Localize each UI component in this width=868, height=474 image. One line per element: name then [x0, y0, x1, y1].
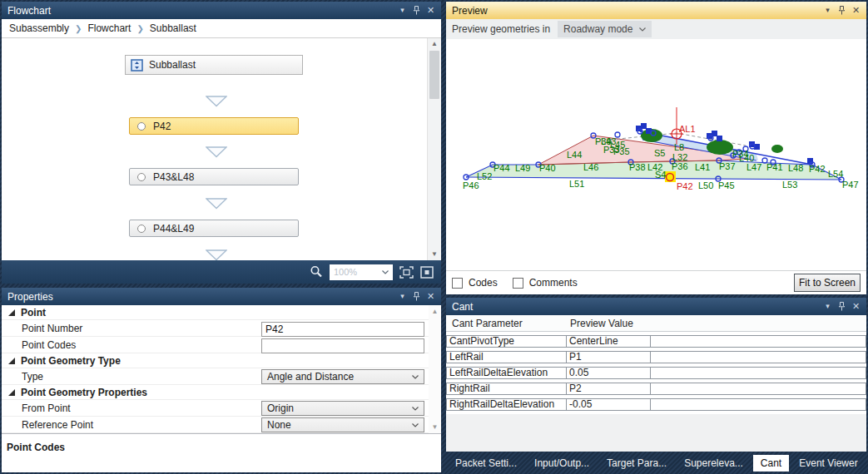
breadcrumb: Subassembly ❯ Flowchart ❯ Subballast — [2, 19, 441, 38]
flow-arrow-icon — [206, 96, 227, 107]
category-point[interactable]: Point — [2, 305, 441, 320]
cant-panel-title: Cant — [452, 301, 473, 313]
svg-text:AL1: AL1 — [679, 124, 696, 134]
breadcrumb-subballast[interactable]: Subballast — [150, 22, 196, 34]
type-dropdown[interactable]: Angle and Distance — [261, 369, 424, 384]
zoom-level-value: 100% — [334, 267, 357, 277]
point-codes-label: Point Codes — [2, 339, 76, 351]
properties-vertical-scrollbar[interactable]: ▲ ▼ — [429, 305, 441, 433]
close-icon[interactable]: ✕ — [849, 300, 863, 313]
close-icon[interactable]: ✕ — [424, 290, 438, 303]
preview-mode-label: Preview geometries in — [452, 23, 550, 35]
table-row: LeftRail P1 — [446, 351, 866, 363]
cant-parameter-cell: CantPivotType — [446, 335, 567, 348]
point-number-input[interactable] — [261, 322, 424, 337]
breadcrumb-subassembly[interactable]: Subassembly — [9, 22, 69, 34]
flowchart-node-label: P43&L48 — [153, 171, 194, 183]
close-icon[interactable]: ✕ — [424, 4, 438, 17]
scroll-down-icon[interactable]: ▼ — [428, 249, 441, 260]
svg-text:L49: L49 — [515, 163, 530, 173]
table-row: RightRailDeltaElevation -0.05 — [446, 398, 866, 411]
flowchart-root-label: Subballast — [149, 59, 196, 71]
close-icon[interactable]: ✕ — [849, 4, 863, 17]
zoom-level-combobox[interactable]: 100% — [330, 264, 393, 280]
preview-value-cell: CenterLine — [566, 335, 651, 348]
cant-table-header: Cant Parameter Preview Value — [446, 315, 866, 332]
reference-point-label: Reference Point — [2, 419, 93, 431]
comments-checkbox[interactable] — [513, 278, 523, 289]
window-menu-icon[interactable]: ▾ — [395, 4, 409, 17]
row-type: Type Angle and Distance — [2, 368, 441, 385]
pin-icon[interactable] — [409, 290, 424, 303]
tab-superelevation[interactable]: Supereleva... — [677, 455, 751, 472]
svg-text:S4: S4 — [655, 170, 666, 180]
window-menu-icon[interactable]: ▾ — [395, 290, 409, 303]
tab-event-viewer[interactable]: Event Viewer — [791, 455, 865, 472]
pin-icon[interactable] — [835, 300, 849, 313]
node-radio-icon — [137, 173, 146, 181]
tab-packet-settings[interactable]: Packet Setti... — [448, 455, 524, 472]
cant-table: Cant Parameter Preview Value CantPivotTy… — [446, 315, 866, 452]
svg-text:P44: P44 — [494, 163, 510, 173]
dock-tab-bar: Packet Setti... Input/Outp... Target Par… — [448, 453, 868, 472]
point-codes-input[interactable] — [261, 338, 424, 353]
from-point-dropdown[interactable]: Origin — [261, 401, 424, 416]
flowchart-root-node[interactable]: Subballast — [125, 55, 303, 75]
chevron-down-icon — [412, 375, 419, 379]
category-point-geometry-properties[interactable]: Point Geometry Properties — [2, 385, 441, 400]
scroll-down-icon[interactable]: ▼ — [429, 423, 441, 431]
fit-view-icon[interactable] — [399, 266, 414, 279]
svg-text:P42: P42 — [677, 181, 693, 191]
svg-text:L41: L41 — [695, 162, 710, 172]
scroll-up-icon[interactable]: ▲ — [428, 38, 441, 50]
fit-to-screen-button[interactable]: Fit to Screen — [794, 274, 861, 292]
svg-text:P47: P47 — [842, 180, 859, 190]
property-description: Point Codes — [2, 433, 441, 472]
pin-icon[interactable] — [409, 4, 424, 17]
flowchart-vertical-scrollbar[interactable]: ▲ ▼ — [427, 38, 441, 260]
comments-checkbox-label: Comments — [529, 277, 578, 289]
svg-text:L48: L48 — [788, 163, 803, 173]
svg-text:P45: P45 — [718, 180, 735, 190]
svg-text:S5: S5 — [654, 148, 665, 158]
node-radio-icon — [137, 122, 146, 131]
flowchart-node-label: P42 — [153, 121, 171, 132]
breadcrumb-flowchart[interactable]: Flowchart — [87, 22, 131, 34]
svg-text:L54: L54 — [828, 169, 843, 179]
from-point-label: From Point — [2, 402, 71, 414]
codes-checkbox[interactable] — [452, 278, 463, 289]
flowchart-node-p43l48[interactable]: P43&L48 — [129, 168, 299, 185]
svg-text:P35: P35 — [613, 146, 630, 156]
properties-panel-header: Properties ▾ ✕ — [2, 288, 441, 305]
flowchart-node-p42[interactable]: P42 — [129, 117, 299, 135]
window-menu-icon[interactable]: ▾ — [821, 4, 835, 17]
scroll-up-icon[interactable]: ▲ — [429, 308, 441, 315]
flowchart-canvas[interactable]: Subballast P42 P43&L48 P44&L49 ▲ ▼ — [2, 38, 441, 260]
actual-size-icon[interactable] — [420, 266, 434, 279]
flowchart-node-p44l49[interactable]: P44&L49 — [129, 220, 299, 237]
zoom-search-icon[interactable] — [310, 265, 323, 279]
chevron-down-icon — [639, 27, 646, 32]
table-row: CantPivotType CenterLine — [446, 335, 866, 348]
category-expander-icon — [8, 309, 15, 316]
subassembly-icon — [131, 59, 143, 72]
cant-parameter-column-header: Cant Parameter — [446, 318, 567, 329]
properties-grid: Point Point Number Point Codes Point Geo… — [2, 305, 441, 433]
tab-target-parameters[interactable]: Target Para... — [599, 455, 674, 472]
tab-input-output[interactable]: Input/Outp... — [527, 455, 597, 472]
pin-icon[interactable] — [835, 4, 849, 17]
preview-mode-dropdown[interactable]: Roadway mode — [558, 21, 652, 37]
cant-parameter-cell: RightRail — [446, 383, 567, 395]
preview-panel-header: Preview ▾ ✕ — [446, 2, 866, 19]
codes-checkbox-label: Codes — [469, 277, 498, 289]
tab-cant[interactable]: Cant — [753, 455, 789, 472]
scrollbar-thumb[interactable] — [429, 51, 439, 99]
svg-text:L52: L52 — [477, 171, 492, 181]
cant-parameter-cell: LeftRailDeltaElevation — [446, 367, 567, 379]
preview-canvas[interactable]: P46L52P44L49P40L44L46P39L43L45P33P35P38L… — [446, 39, 866, 270]
svg-text:P40: P40 — [539, 163, 556, 173]
category-point-geometry-type[interactable]: Point Geometry Type — [2, 353, 441, 368]
reference-point-dropdown[interactable]: None — [261, 417, 424, 432]
window-menu-icon[interactable]: ▾ — [821, 300, 835, 313]
preview-value-cell: 0.05 — [566, 367, 651, 379]
